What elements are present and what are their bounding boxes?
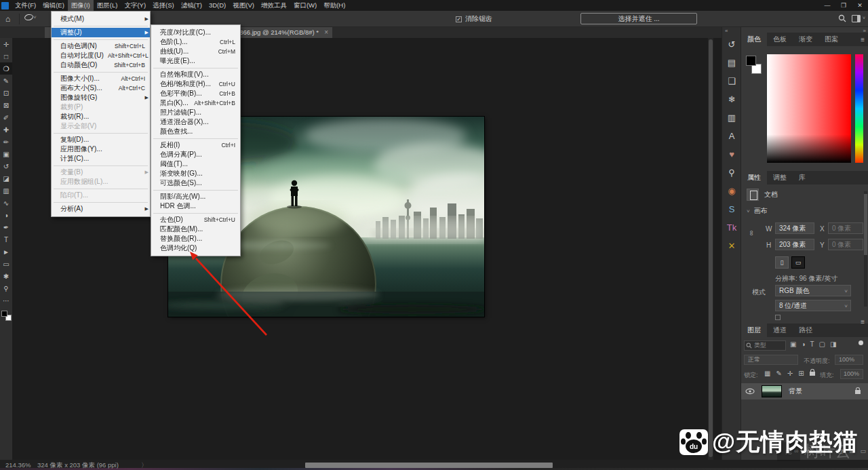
comments-panel-icon[interactable]: ❑: [722, 72, 741, 90]
y-field[interactable]: 0 像素: [828, 239, 863, 250]
eyedropper-tool[interactable]: ✐: [0, 111, 12, 123]
adjust-submenu-item[interactable]: 亮度/对比度(C)...: [151, 28, 240, 37]
color-panel-tab[interactable]: 图案: [818, 33, 844, 46]
search-person-plugin-icon[interactable]: ⚲: [722, 163, 741, 182]
portrait-orientation-button[interactable]: ▯: [775, 256, 789, 269]
chevron-down-icon[interactable]: ˅: [863, 16, 865, 20]
image-menu-item[interactable]: 复制(D)...: [52, 135, 150, 144]
eraser-tool[interactable]: ◪: [0, 172, 12, 184]
toolbar-ellipsis[interactable]: ⋯: [0, 294, 12, 307]
opacity-select[interactable]: 100%: [835, 355, 863, 365]
pen-tool[interactable]: ✒: [0, 221, 12, 233]
filter-shape-layers-icon[interactable]: ▢: [819, 340, 825, 348]
marquee-tool[interactable]: □: [0, 50, 12, 62]
adjust-submenu-item[interactable]: 颜色查找...: [151, 127, 240, 136]
image-menu-item[interactable]: 画布大小(S)...Alt+Ctrl+C: [52, 83, 150, 93]
menubar-item[interactable]: 编辑(E): [39, 0, 68, 11]
s-plugin-icon[interactable]: S: [722, 200, 741, 218]
collapse-panels-icon[interactable]: »: [863, 28, 866, 34]
layer-thumbnail[interactable]: [762, 385, 782, 397]
image-menu-item[interactable]: 应用图像(Y)...: [52, 144, 150, 154]
color-panel-tab[interactable]: 色板: [767, 33, 793, 46]
panel-menu-icon[interactable]: ≡: [861, 36, 865, 43]
adjust-submenu-item[interactable]: 可选颜色(S)...: [151, 178, 240, 188]
crop-tool[interactable]: ⊡: [0, 87, 12, 99]
color-panel-tab[interactable]: 渐变: [793, 33, 818, 46]
blend-mode-select[interactable]: 正常: [744, 355, 798, 365]
layers-panel-tab[interactable]: 路径: [793, 324, 818, 337]
properties-panel-tab[interactable]: 调整: [767, 171, 793, 184]
link-dimensions-icon[interactable]: ∞: [748, 231, 756, 236]
lock-transparency-icon[interactable]: ▦: [764, 370, 770, 377]
heart-plugin-icon[interactable]: ♥: [722, 145, 741, 163]
anti-alias-option[interactable]: ✓ 消除锯齿: [456, 14, 492, 24]
clone-stamp-tool[interactable]: ▣: [0, 148, 12, 160]
bit-depth-select[interactable]: 8 位/通道 ˅: [775, 300, 851, 311]
image-menu-item[interactable]: 自动色调(N)Shift+Ctrl+L: [52, 41, 150, 51]
horizontal-scrollbar-thumb[interactable]: [305, 463, 553, 468]
menubar-item[interactable]: 窗口(W): [290, 0, 320, 11]
adjust-submenu-item[interactable]: 色调均化(Q): [151, 243, 240, 253]
filter-smart-objects-icon[interactable]: ◨: [830, 340, 836, 348]
menubar-item[interactable]: 选择(S): [149, 0, 178, 11]
adjust-submenu-item[interactable]: HDR 色调...: [151, 201, 240, 211]
properties-panel-tab[interactable]: 属性: [741, 171, 767, 184]
filter-toggle-icon[interactable]: [859, 340, 863, 345]
tk-plugin-icon[interactable]: Tk: [722, 218, 741, 237]
adjust-submenu-item[interactable]: 色相/饱和度(H)...Ctrl+U: [151, 79, 240, 89]
lock-pixels-icon[interactable]: ✎: [776, 370, 781, 377]
adjust-submenu-item[interactable]: 通道混合器(X)...: [151, 117, 240, 127]
layer-filter-search[interactable]: 类型: [744, 340, 786, 351]
histogram-panel-icon[interactable]: ▥: [722, 109, 741, 127]
history-panel-icon[interactable]: ↺: [722, 35, 741, 54]
vertical-scrollbar-thumb[interactable]: [709, 39, 713, 457]
properties-panel-tab[interactable]: 库: [793, 171, 812, 184]
layer-name[interactable]: 背景: [789, 387, 802, 396]
smudge-tool[interactable]: ∿: [0, 197, 12, 209]
image-menu-item[interactable]: 图像旋转(G)▶: [52, 93, 150, 102]
color-mode-select[interactable]: RGB 颜色 ˅: [775, 285, 851, 296]
image-menu-item[interactable]: 自动对比度(U)Alt+Shift+Ctrl+L: [52, 51, 150, 60]
canvas-section-header[interactable]: ˅画布: [747, 206, 768, 216]
image-menu-item[interactable]: 分析(A)▶: [52, 204, 150, 214]
move-tool[interactable]: ✛: [0, 38, 12, 50]
adjust-submenu-item[interactable]: 色调分离(P)...: [151, 150, 240, 159]
camera-raw-plugin-icon[interactable]: ◉: [722, 182, 741, 200]
adjust-submenu-item[interactable]: 去色(D)Shift+Ctrl+U: [151, 215, 240, 224]
visibility-eye-icon[interactable]: [745, 388, 755, 395]
adjust-submenu-item[interactable]: 曝光度(E)...: [151, 56, 240, 66]
height-field[interactable]: 203 像素: [775, 239, 814, 250]
hue-slider[interactable]: [855, 54, 863, 163]
adjust-submenu-item[interactable]: 渐变映射(G)...: [151, 169, 240, 178]
menubar-item[interactable]: 3D(D): [205, 0, 229, 11]
image-menu-item[interactable]: 模式(M)▶: [52, 14, 150, 24]
history-brush-tool[interactable]: ↺: [0, 160, 12, 172]
libraries-panel-icon[interactable]: ▤: [722, 54, 741, 72]
brush-tool[interactable]: ✏: [0, 136, 12, 148]
adjust-submenu-item[interactable]: 色阶(L)...Ctrl+L: [151, 37, 240, 47]
menubar-item[interactable]: 文件(F): [12, 0, 39, 11]
anti-alias-checkbox[interactable]: ✓: [456, 16, 462, 22]
layers-panel-tab[interactable]: 通道: [767, 324, 793, 337]
color-panel-tab[interactable]: 颜色: [741, 33, 767, 46]
menubar-item[interactable]: 帮助(H): [320, 0, 349, 11]
home-icon[interactable]: ⌂: [5, 14, 10, 24]
select-and-mask-button[interactable]: 选择并遮住 ...: [580, 13, 697, 24]
filter-pixel-layers-icon[interactable]: ▣: [790, 340, 796, 348]
adjust-submenu-item[interactable]: 曲线(U)...Ctrl+M: [151, 47, 240, 56]
adjust-submenu-item[interactable]: 反相(I)Ctrl+I: [151, 140, 240, 150]
healing-brush-tool[interactable]: ✚: [0, 123, 12, 136]
image-menu-item[interactable]: 自动颜色(O)Shift+Ctrl+B: [52, 60, 150, 70]
adjust-submenu-item[interactable]: 自然饱和度(V)...: [151, 70, 240, 79]
properties-checkbox[interactable]: [775, 315, 781, 320]
color-swatches[interactable]: [1, 311, 12, 323]
filter-adjustment-layers-icon[interactable]: ◑: [801, 340, 805, 348]
close-icon[interactable]: ✕: [852, 0, 868, 11]
foreground-color-swatch[interactable]: [746, 56, 756, 66]
restore-icon[interactable]: ❐: [835, 0, 852, 11]
filters-panel-icon[interactable]: ❄: [722, 90, 741, 109]
lock-position-icon[interactable]: ✛: [787, 370, 793, 377]
image-menu-item[interactable]: 计算(C)...: [52, 154, 150, 163]
lock-all-icon[interactable]: [810, 370, 815, 377]
glyphs-panel-icon[interactable]: A: [722, 127, 741, 145]
